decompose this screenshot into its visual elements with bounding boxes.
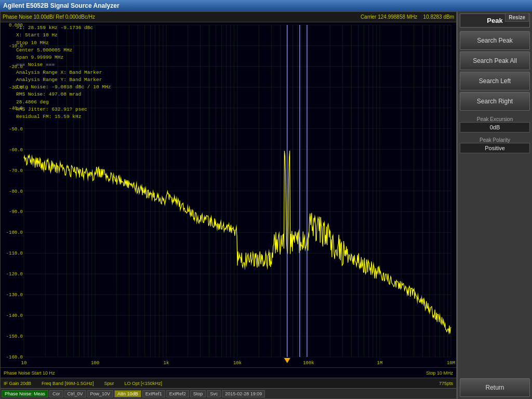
spectrum-chart[interactable]	[1, 22, 456, 367]
status-item: Cor	[49, 390, 63, 397]
stop-freq-label: Stop 10 MHz	[426, 370, 453, 376]
resize-button[interactable]: Resize	[505, 13, 529, 22]
status-bar: Phase Noise: MeasCorCtrl_0VPow_10VAttn 1…	[1, 388, 456, 398]
chart-footer: IF Gain 20dB Freq Band [99M-1.5GHz] Spur…	[1, 378, 456, 388]
sidebar: Peak Search Peak Search Peak All Search …	[457, 11, 532, 399]
status-item: ExtRef2	[166, 390, 189, 397]
status-item: Phase Noise: Meas	[2, 390, 48, 397]
app-title: Agilent E5052B Signal Source Analyzer	[3, 2, 119, 9]
if-gain: IF Gain 20dB	[4, 381, 31, 386]
search-right-btn[interactable]: Search Right	[460, 92, 530, 111]
status-item: 2015-02-28 19:09	[222, 390, 265, 397]
phase-noise-label: Phase Noise 10.00dB/ Ref 0.000dBc/Hz	[3, 14, 95, 20]
status-item: Ctrl_0V	[64, 390, 86, 397]
return-btn[interactable]: Return	[460, 378, 530, 397]
spur-label: Spur	[104, 381, 114, 386]
search-peak-all-btn[interactable]: Search Peak All	[460, 51, 530, 70]
status-item: Attn 10dB	[114, 390, 141, 397]
title-bar: Agilent E5052B Signal Source Analyzer Re…	[0, 0, 532, 11]
status-item: ExtRef1	[142, 390, 165, 397]
freq-band: Freq Band [99M-1.5GHz]	[42, 381, 94, 386]
chart-wrapper: >1: 28.159 kHz -9.1736 dBc X: Start 10 H…	[1, 22, 456, 367]
status-item: Pow_10V	[87, 390, 114, 397]
start-freq-label: Phase Noise Start 10 Hz	[4, 370, 55, 376]
search-left-btn[interactable]: Search Left	[460, 72, 530, 90]
points-label: 775pts	[439, 381, 453, 386]
peak-excursion-label: Peak Excursion	[460, 116, 530, 122]
chart-area: Phase Noise 10.00dB/ Ref 0.000dBc/Hz Car…	[0, 11, 457, 399]
lo-opt: LO Opt [<150kHz]	[125, 381, 162, 386]
main-container: Phase Noise 10.00dB/ Ref 0.000dBc/Hz Car…	[0, 11, 532, 399]
peak-excursion-value: 0dB	[460, 122, 530, 132]
status-item: Svc	[207, 390, 221, 397]
chart-header: Phase Noise 10.00dB/ Ref 0.000dBc/Hz Car…	[1, 12, 456, 22]
search-peak-btn[interactable]: Search Peak	[460, 31, 530, 50]
carrier-info: Carrier 124.998858 MHz 10.8283 dBm	[361, 14, 454, 20]
chart-info-bottom: Phase Noise Start 10 Hz Stop 10 MHz	[1, 367, 456, 378]
peak-polarity-value: Positive	[460, 143, 530, 153]
peak-polarity-label: Peak Polarity	[460, 137, 530, 143]
status-item: Stop	[190, 390, 206, 397]
